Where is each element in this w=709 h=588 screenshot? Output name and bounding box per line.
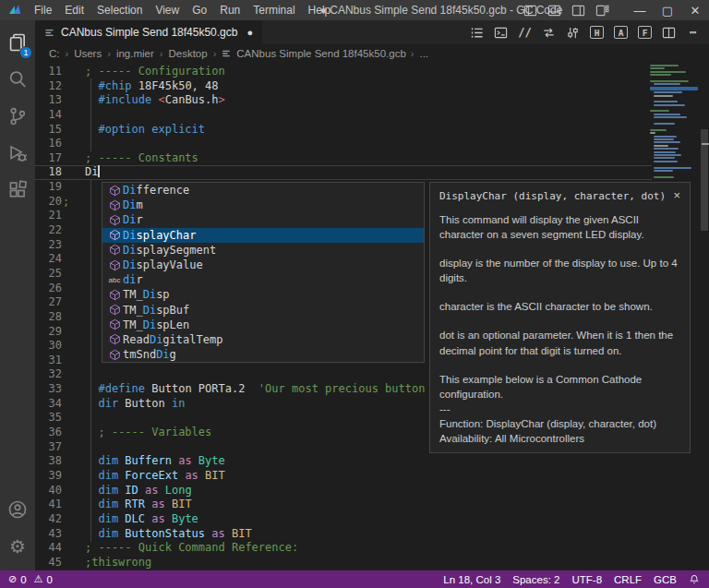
ascii-view-icon[interactable]: A (614, 26, 628, 39)
code-line-41[interactable]: 41 dim RTR as BIT (35, 498, 652, 512)
suggestion-post: r (136, 273, 142, 286)
compile-flash-icon[interactable] (566, 25, 580, 40)
suggestion-post: spLen (156, 318, 189, 331)
breadcrumb-ellipsis[interactable]: ... (418, 48, 429, 59)
code-token: as (151, 512, 164, 525)
status-encoding[interactable]: UTF-8 (571, 574, 602, 585)
menu-go[interactable]: Go (186, 0, 213, 20)
breadcrumb-segment[interactable]: C: (48, 48, 61, 59)
suggestion-item[interactable]: TM_DispBuf (102, 303, 424, 318)
outline-list-icon[interactable] (470, 25, 484, 40)
minimap-line (650, 74, 671, 76)
code-token (85, 527, 98, 540)
status-indentation[interactable]: Spaces: 2 (512, 574, 559, 585)
code-line-38[interactable]: 38 dim Buffern as Byte (35, 454, 652, 469)
suggestion-item[interactable]: Dir (102, 212, 424, 227)
maximize-button[interactable]: ▢ (654, 0, 681, 20)
suggestion-item[interactable]: TM_Disp (102, 287, 424, 302)
code-line-13[interactable]: 13 #include <CanBus.h> (35, 93, 652, 108)
code-text (62, 282, 85, 296)
code-line-44[interactable]: 44; ----- Quick Command Reference: (35, 541, 652, 556)
notifications-bell-icon[interactable] (689, 573, 700, 585)
line-number: 24 (35, 252, 62, 267)
menu-view[interactable]: View (149, 0, 186, 20)
toggle-sidebar-icon[interactable] (523, 4, 537, 18)
suggestion-item[interactable]: tmSndDig (102, 347, 424, 362)
doc-paragraph: This example below is a Common Cathode c… (439, 372, 680, 402)
code-token: as (151, 498, 164, 510)
toggle-comment-icon[interactable]: // (518, 25, 532, 40)
open-terminal-icon[interactable] (494, 25, 508, 40)
search-icon[interactable] (0, 61, 35, 98)
code-text: #option explicit (62, 123, 205, 138)
toggle-panel-icon[interactable] (547, 4, 561, 18)
source-control-icon[interactable] (0, 98, 35, 135)
suggestion-pre: TM_ (123, 318, 143, 331)
menu-file[interactable]: File (28, 0, 58, 20)
suggestion-label: tmSndDig (123, 348, 176, 361)
settings-gear-icon[interactable]: ⚙ (0, 528, 35, 565)
code-line-43[interactable]: 43 dim ButtonStatus as BIT (35, 527, 652, 542)
breadcrumb-segment[interactable]: Desktop (167, 48, 208, 59)
code-line-14[interactable]: 14 (35, 108, 652, 123)
account-icon[interactable] (0, 491, 35, 528)
suggestion-item[interactable]: TM_DispLen (102, 318, 424, 332)
code-token: Byte (165, 512, 198, 525)
status-cursor-position[interactable]: Ln 18, Col 3 (443, 574, 500, 585)
run-debug-icon[interactable] (0, 135, 35, 172)
minimap-line (654, 141, 680, 143)
code-token: dim (98, 498, 118, 510)
suggestion-item[interactable]: DisplayValue (102, 258, 424, 272)
extensions-icon[interactable] (0, 172, 35, 209)
menu-selection[interactable]: Selection (90, 0, 149, 20)
breadcrumb-segment[interactable]: Users (73, 48, 102, 59)
code-line-11[interactable]: 11; ----- Configuration (35, 65, 652, 79)
code-editor[interactable]: 11; ----- Configuration12 #chip 18F45k50… (0, 63, 709, 570)
code-line-42[interactable]: 42 dim DLC as Byte (35, 512, 652, 527)
split-editor-icon[interactable] (662, 25, 676, 40)
code-token: ; (63, 195, 69, 210)
code-line-12[interactable]: 12 #chip 18F45k50, 48 (35, 79, 652, 94)
suggestion-pre: TM_ (123, 304, 143, 317)
suggestion-match: Di (123, 244, 136, 257)
code-line-39[interactable]: 39 dim ForceExt as BIT (35, 469, 652, 484)
minimap-line (654, 157, 675, 159)
code-token (85, 469, 98, 482)
code-token: RTR (118, 498, 151, 510)
suggestion-item[interactable]: Dim (102, 198, 424, 212)
hex-view-icon[interactable]: H (590, 26, 604, 39)
format-icon[interactable]: F (638, 26, 652, 39)
explorer-icon[interactable]: 1 (0, 24, 35, 61)
minimize-button[interactable]: — (626, 0, 654, 20)
code-line-16[interactable]: 16 (35, 137, 652, 151)
code-line-17[interactable]: 17; ----- Constants (35, 151, 652, 166)
suggestion-item[interactable]: ReadDigitalTemp (102, 332, 424, 347)
suggestion-item[interactable]: DisplaySegment (102, 243, 424, 258)
problems-status[interactable]: ⊘ 0 ⚠ 0 (0, 573, 53, 585)
compile-icon[interactable] (542, 25, 556, 40)
menu-edit[interactable]: Edit (58, 0, 90, 20)
status-language-mode[interactable]: GCB (654, 574, 677, 585)
suggestion-label: TM_DispLen (123, 318, 189, 331)
status-eol[interactable]: CRLF (614, 574, 642, 585)
more-actions-icon[interactable]: ⋯ (686, 25, 700, 40)
menu-run[interactable]: Run (213, 0, 246, 20)
suggestion-item[interactable]: Difference (102, 183, 424, 198)
code-text: ; ----- Constants (62, 151, 198, 166)
code-line-40[interactable]: 40 dim ID as Long (35, 484, 652, 498)
toggle-secondary-sidebar-icon[interactable] (571, 4, 585, 18)
code-line-15[interactable]: 15 #option explicit (35, 123, 652, 138)
code-line-18[interactable]: 18Di (35, 165, 652, 180)
doc-close-icon[interactable]: × (667, 190, 680, 200)
close-button[interactable]: ✕ (681, 0, 709, 20)
breadcrumb-file[interactable]: CANbus Simple Send 18f45k50.gcb (221, 48, 405, 59)
menu-terminal[interactable]: Terminal (246, 0, 301, 20)
suggestion-item[interactable]: DisplayChar (102, 228, 424, 243)
breadcrumb-segment[interactable]: ing.mier (115, 48, 155, 59)
tab-dirty-indicator[interactable]: ● (246, 27, 253, 38)
tab-canbus-file[interactable]: CANbus Simple Send 18f45k50.gcb ● (35, 20, 263, 44)
suggestion-item[interactable]: abcdir (102, 272, 424, 287)
code-line-45[interactable]: 45;thiswrong (35, 556, 652, 570)
customize-layout-icon[interactable] (595, 4, 609, 18)
code-text (62, 367, 85, 382)
